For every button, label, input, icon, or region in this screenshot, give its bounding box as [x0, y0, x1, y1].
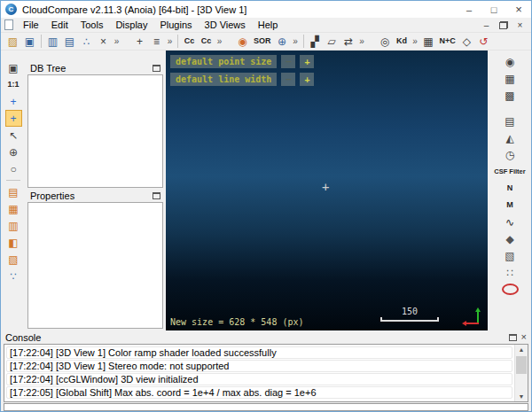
mesh-grid-icon[interactable]: ▩: [503, 88, 518, 103]
orange-cube-icon-2[interactable]: ▧: [6, 252, 21, 267]
overflow-chevron-6[interactable]: »: [411, 34, 419, 49]
console-float-button[interactable]: [509, 334, 517, 341]
colored-cloud-icon[interactable]: ◉: [235, 34, 250, 49]
segment-icon[interactable]: ▞: [308, 34, 323, 49]
maximize-button[interactable]: □: [481, 1, 506, 18]
raster-icon[interactable]: ▤: [503, 113, 518, 128]
mdi-document-icon[interactable]: [4, 19, 13, 30]
orange-tray-icon-3[interactable]: ▥: [6, 218, 21, 233]
delete-icon[interactable]: ×: [96, 34, 111, 49]
point-list-picking-icon[interactable]: ≡: [149, 34, 164, 49]
compass-icon[interactable]: ◭: [503, 130, 518, 145]
dots-grid-icon[interactable]: ∷: [503, 265, 518, 280]
db-tree-panel: DB Tree: [27, 62, 163, 188]
overflow-chevron-2[interactable]: »: [166, 34, 174, 49]
sample-points-icon[interactable]: ◎: [378, 34, 393, 49]
zoom-icon[interactable]: ○: [6, 161, 21, 176]
mdi-close-button[interactable]: ×: [512, 19, 528, 31]
left-toolbar: ▣ 1:1 + + ↖ ⊕ ○: [1, 51, 26, 330]
hexagon-icon[interactable]: ◆: [503, 231, 518, 246]
gap: [225, 34, 233, 49]
console-header: Console ×: [2, 331, 530, 343]
csf-filter-button[interactable]: CSF Filter: [493, 164, 526, 179]
m3c2-icon[interactable]: M: [503, 198, 518, 213]
console-log-line[interactable]: [17:22:04] [3D View 1] Stereo mode: not …: [6, 360, 512, 372]
console-title: Console: [5, 332, 41, 343]
wave-icon[interactable]: ∿: [503, 214, 518, 229]
properties-float-button[interactable]: [153, 192, 160, 199]
pointer-icon[interactable]: ↖: [6, 128, 21, 143]
menu-tools[interactable]: Tools: [74, 18, 110, 32]
facets-icon[interactable]: ▧: [503, 248, 518, 263]
zoom-fit-button[interactable]: 1:1: [5, 77, 20, 92]
overlay-increase-button[interactable]: +: [300, 55, 314, 68]
menu-help[interactable]: Help: [252, 18, 285, 32]
overlay-decrease-button[interactable]: –: [281, 55, 295, 68]
overlay-decrease-button[interactable]: –: [281, 73, 295, 86]
point-picking-icon[interactable]: +: [132, 34, 147, 49]
subsample-icon[interactable]: ∴: [79, 34, 94, 49]
overflow-chevron-5[interactable]: »: [358, 34, 366, 49]
scroll-thumb[interactable]: [516, 356, 527, 374]
3d-viewport[interactable]: default point size – + default line widt…: [166, 51, 488, 330]
cc-text-icon-2[interactable]: Cc: [199, 34, 214, 49]
mdi-minimize-button[interactable]: –: [479, 19, 494, 31]
sphere-icon[interactable]: ◉: [503, 54, 518, 69]
db-tree-content[interactable]: [27, 74, 163, 188]
pivot-icon[interactable]: +: [6, 94, 21, 109]
viewport-overlays: default point size – + default line widt…: [170, 55, 314, 86]
merge-icon[interactable]: ▤: [62, 34, 77, 49]
undo-icon[interactable]: ↺: [476, 34, 491, 49]
db-tree-header: DB Tree: [27, 62, 163, 74]
cc-text-icon-1[interactable]: Cc: [182, 34, 197, 49]
pan-icon[interactable]: ⊕: [6, 144, 21, 159]
overflow-chevron-4[interactable]: »: [292, 34, 300, 49]
separator: [177, 35, 178, 48]
console-buttons: ×: [509, 332, 527, 342]
console-scrollbar[interactable]: ▲ ▼: [514, 345, 528, 401]
translate-rotate-icon[interactable]: ⊕: [275, 34, 290, 49]
register-icon[interactable]: ⇄: [341, 34, 356, 49]
properties-content[interactable]: [27, 202, 163, 329]
colored-points-icon[interactable]: ∵: [6, 268, 21, 284]
orange-tray-icon-1[interactable]: ▤: [6, 184, 21, 199]
overlay-label: default line width: [170, 73, 277, 86]
kd-tree-button[interactable]: Kd: [395, 34, 410, 49]
auto-pivot-icon[interactable]: +: [6, 111, 21, 126]
scroll-down-button[interactable]: ▼: [519, 393, 525, 400]
menu-file[interactable]: File: [17, 18, 45, 32]
normals-plugin-icon[interactable]: N: [503, 181, 518, 196]
menu-display[interactable]: Display: [109, 18, 153, 32]
curvature-icon[interactable]: ◇: [459, 34, 474, 49]
overflow-chevron-3[interactable]: »: [215, 34, 223, 49]
close-button[interactable]: ×: [506, 1, 531, 18]
clock-icon[interactable]: ◷: [503, 147, 518, 162]
open-icon[interactable]: ▨: [5, 34, 20, 49]
menu-plugins[interactable]: Plugins: [153, 18, 198, 32]
octree-icon[interactable]: ▦: [421, 34, 436, 49]
mdi-restore-button[interactable]: [496, 19, 511, 31]
console-close-button[interactable]: ×: [521, 332, 527, 342]
minimize-button[interactable]: –: [457, 1, 481, 18]
db-tree-float-button[interactable]: [153, 65, 160, 72]
crop-icon[interactable]: ▱: [325, 34, 340, 49]
console-log-line[interactable]: [17:22:04] [ccGLWindow] 3D view initiali…: [6, 373, 512, 385]
sor-filter-button[interactable]: SOR: [252, 34, 273, 49]
grid-icon[interactable]: ▦: [503, 71, 518, 86]
menu-edit[interactable]: Edit: [45, 18, 74, 32]
console-log-line[interactable]: [17:22:05] [Global Shift] Max abs. coord…: [6, 386, 512, 399]
display-settings-icon[interactable]: ▣: [6, 60, 21, 75]
overflow-chevron-1[interactable]: »: [113, 34, 121, 49]
orange-tray-icon-2[interactable]: ▦: [6, 201, 21, 216]
menu-3d-views[interactable]: 3D Views: [199, 18, 252, 32]
normals-compute-button[interactable]: N+C: [438, 34, 458, 49]
overlay-increase-button[interactable]: +: [300, 73, 314, 86]
clone-icon[interactable]: ▥: [45, 34, 60, 49]
console-log-list: [17:22:04] [3D View 1] Color ramp shader…: [5, 346, 513, 400]
console-log-line[interactable]: [17:22:04] [3D View 1] Color ramp shader…: [6, 346, 512, 359]
orange-cube-icon-1[interactable]: ◧: [6, 235, 21, 250]
scale-value: 150: [380, 307, 439, 316]
save-icon[interactable]: ▣: [22, 34, 37, 49]
red-ellipse-icon[interactable]: [502, 282, 519, 297]
scroll-up-button[interactable]: ▲: [519, 346, 525, 353]
